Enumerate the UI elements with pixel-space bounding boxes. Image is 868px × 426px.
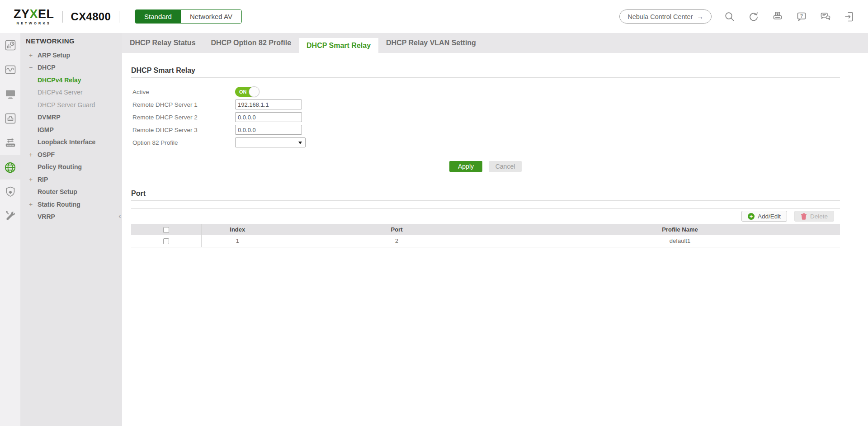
column-header-profile-name: Profile Name [520, 224, 840, 235]
port-table-toolbar: + Add/Edit Delete [131, 208, 840, 224]
remote-dhcp-server-1-label: Remote DHCP Server 1 [132, 101, 235, 108]
sidebar-item-static-routing[interactable]: + Static Routing [20, 198, 122, 211]
main-content: DHCP Relay Status DHCP Option 82 Profile… [122, 33, 868, 426]
save-config-icon[interactable] [772, 11, 783, 23]
sidebar-item-dhcp[interactable]: − DHCP [20, 62, 122, 74]
expand-plus-icon[interactable]: + [29, 201, 36, 208]
device-model: CX4800 [71, 10, 111, 23]
sidebar-item-igmp[interactable]: IGMP [20, 123, 122, 136]
plus-icon: + [748, 213, 755, 220]
sidebar-item-arp-setup[interactable]: + ARP Setup [20, 49, 122, 62]
cell-profile-name: default1 [520, 235, 840, 247]
refresh-icon[interactable] [748, 11, 760, 23]
smart-relay-form: Active ON Remote DHCP Server 1 Remote DH… [131, 85, 840, 149]
sidebar-menu: NETWORKING + ARP Setup − DHCP DHCPv4 Rel… [20, 33, 122, 426]
tab-dhcp-relay-status[interactable]: DHCP Relay Status [122, 33, 203, 53]
toggle-on-label: ON [239, 89, 247, 95]
toggle-knob [249, 86, 259, 97]
sidebar-item-dhcp-server-guard[interactable]: DHCP Server Guard [20, 99, 122, 111]
sidebar-item-dhcpv4-server[interactable]: DHCPv4 Server [20, 86, 122, 99]
nebula-label: Nebula Control Center [627, 13, 693, 20]
feedback-icon[interactable] [820, 11, 831, 23]
tab-dhcp-relay-vlan-setting[interactable]: DHCP Relay VLAN Setting [378, 33, 484, 53]
svg-text:?: ? [800, 13, 803, 19]
table-row: 1 2 default1 [131, 235, 840, 247]
rail-maintenance-icon[interactable] [0, 204, 20, 228]
zyxel-logo-text: ZYXEL [14, 8, 54, 20]
remote-dhcp-server-1-input[interactable] [235, 99, 302, 109]
tab-dhcp-smart-relay[interactable]: DHCP Smart Relay [299, 38, 378, 53]
expand-plus-icon[interactable]: + [29, 151, 36, 158]
column-header-port: Port [274, 224, 520, 235]
expand-plus-icon[interactable]: + [29, 52, 36, 59]
sidebar-item-ospf[interactable]: + OSPF [20, 148, 122, 161]
sidebar-item-dvmrp[interactable]: DVMRP [20, 111, 122, 124]
search-icon[interactable] [724, 11, 736, 23]
header-icons: ? [724, 11, 855, 23]
mode-standard-button[interactable]: Standard [135, 10, 181, 23]
nav-rail [0, 33, 20, 426]
nebula-control-center-button[interactable]: Nebula Control Center → [619, 9, 712, 24]
rail-switching-icon[interactable] [0, 131, 20, 155]
tab-dhcp-option-82-profile[interactable]: DHCP Option 82 Profile [203, 33, 299, 53]
mode-switch: Standard Networked AV [135, 9, 242, 24]
option-82-profile-label: Option 82 Profile [132, 139, 235, 146]
sidebar-item-dhcpv4-relay[interactable]: DHCPv4 Relay [20, 74, 122, 86]
zyxel-logo: ZYXEL NETWORKS [14, 8, 54, 25]
remote-dhcp-server-3-input[interactable] [235, 125, 302, 135]
cancel-button[interactable]: Cancel [489, 161, 522, 172]
arrow-right-icon: → [697, 13, 704, 20]
sidebar-section-title: NETWORKING [20, 37, 122, 45]
rail-security-icon[interactable] [0, 180, 20, 204]
tab-bar: DHCP Relay Status DHCP Option 82 Profile… [122, 33, 868, 53]
apply-button[interactable]: Apply [449, 161, 482, 172]
remote-dhcp-server-2-input[interactable] [235, 112, 302, 122]
sidebar-item-rip[interactable]: + RIP [20, 173, 122, 186]
expand-plus-icon[interactable]: + [29, 176, 36, 183]
port-table-header-row: Index Port Profile Name [131, 224, 840, 235]
cell-index: 1 [201, 235, 274, 247]
divider [131, 77, 840, 78]
sidebar-item-loopback-interface[interactable]: Loopback Interface [20, 136, 122, 149]
app-header: ZYXEL NETWORKS CX4800 Standard Networked… [0, 0, 868, 33]
sidebar-item-vrrp[interactable]: VRRP [20, 211, 122, 223]
sidebar-collapse-icon[interactable]: ‹ [118, 212, 121, 221]
add-edit-button[interactable]: + Add/Edit [741, 211, 787, 222]
cell-port: 2 [274, 235, 520, 247]
trash-icon [801, 213, 807, 220]
sidebar-item-router-setup[interactable]: Router Setup [20, 186, 122, 199]
page-title: DHCP Smart Relay [131, 66, 840, 75]
row-checkbox[interactable] [163, 238, 169, 244]
mode-networked-av-button[interactable]: Networked AV [181, 10, 241, 23]
column-header-index: Index [201, 224, 274, 235]
port-table: Index Port Profile Name 1 2 default1 [131, 224, 840, 247]
collapse-minus-icon[interactable]: − [29, 64, 36, 71]
zyxel-logo-subtext: NETWORKS [16, 22, 51, 25]
select-all-checkbox[interactable] [163, 227, 169, 233]
help-icon[interactable]: ? [796, 11, 807, 23]
logout-icon[interactable] [844, 11, 855, 23]
remote-dhcp-server-2-label: Remote DHCP Server 2 [132, 114, 235, 121]
header-divider [62, 11, 63, 23]
active-toggle[interactable]: ON [235, 87, 259, 97]
rail-system-icon[interactable] [0, 82, 20, 106]
port-section-title: Port [131, 189, 840, 198]
remote-dhcp-server-3-label: Remote DHCP Server 3 [132, 127, 235, 133]
delete-button[interactable]: Delete [794, 211, 834, 222]
rail-port-icon[interactable] [0, 106, 20, 131]
active-label: Active [132, 89, 235, 95]
rail-networking-globe-icon[interactable] [0, 155, 20, 180]
sidebar-item-policy-routing[interactable]: Policy Routing [20, 161, 122, 174]
divider [131, 200, 840, 201]
rail-dashboard-icon[interactable] [0, 33, 20, 57]
option-82-profile-select[interactable] [235, 137, 306, 147]
rail-monitoring-icon[interactable] [0, 57, 20, 82]
header-divider [119, 11, 119, 23]
